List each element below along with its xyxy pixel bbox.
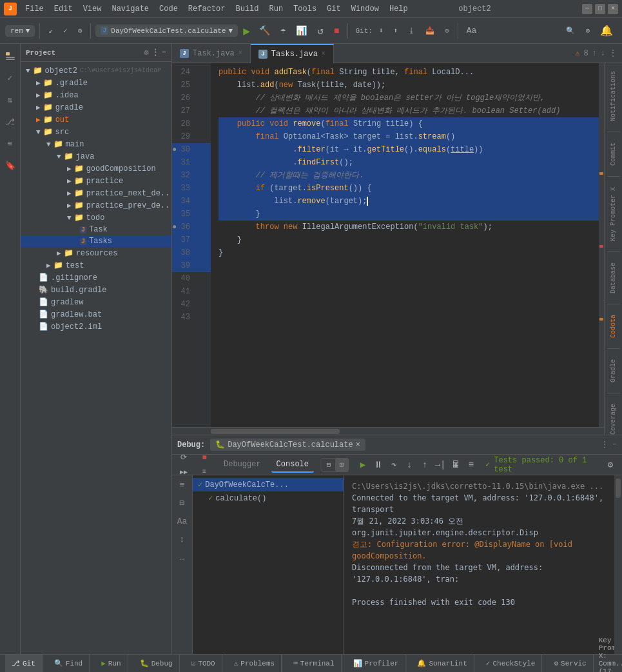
run-config-selector[interactable]: J DayOfWeekCalcTest.calculate ▼ [95,25,238,37]
tab-debugger[interactable]: Debugger [219,457,266,473]
debug-side-btn-5[interactable]: … [175,550,190,564]
menu-git[interactable]: Git [322,3,345,15]
tab-bar-overflow[interactable]: ⋮ [609,48,617,58]
menu-navigate[interactable]: Navigate [107,3,153,15]
structure-icon[interactable]: ≡ [3,137,17,151]
tree-item-test[interactable]: ▶ 📁 test [21,259,171,272]
debug-run-cursor-btn[interactable]: →| [434,459,447,471]
status-tab-find[interactable]: 🔍 Find [48,655,90,673]
git-stash-btn[interactable]: 📥 [422,25,438,37]
gradle-panel-icon[interactable]: Gradle [608,357,618,385]
status-tab-sonarlint[interactable]: 🔔 SonarLint [411,655,474,673]
tree-item-build-gradle[interactable]: 🐘 build.gradle [21,284,171,296]
status-tab-run[interactable]: ▶ Run [95,655,128,673]
debug-side-btn-2[interactable]: ⊟ [175,496,190,510]
menu-tools[interactable]: Tools [289,3,321,15]
debug-side-btn-4[interactable]: ↕ [175,532,190,546]
menu-refactor[interactable]: Refactor [184,3,230,15]
key-promoter-panel-icon[interactable]: Key Promoter X [608,184,618,244]
tree-item-idea[interactable]: ▶ 📁 .idea [21,89,171,101]
debug-pause-btn[interactable]: ⏸ [372,459,385,471]
branch-selector[interactable]: rem ▼ [5,25,35,37]
tree-item-task[interactable]: J Task [21,224,171,235]
debug-scroll-thumb[interactable] [616,479,621,498]
debug-settings-btn[interactable]: ⚙ [604,459,617,471]
toolbar-btn-3[interactable]: ⚙ [74,25,86,37]
git-pull-btn[interactable]: ⭳ [404,25,419,37]
tree-item-gradle-hidden[interactable]: ▶ 📁 .gradle [21,77,171,89]
status-tab-checkstyle[interactable]: ✓ CheckStyle [480,655,543,673]
debug-tree-dayofweek[interactable]: ✓ DayOfWeekCalcTe... [193,478,344,491]
run-button[interactable]: ▶ [240,24,253,38]
bookmarks-icon[interactable]: 🔖 [3,159,17,173]
maximize-button[interactable]: □ [595,4,605,14]
git-push-btn[interactable]: ⬆ [390,25,402,37]
status-tab-debug[interactable]: 🐛 Debug [133,655,180,673]
code-content[interactable]: public void addTask(final String title, … [211,63,599,427]
vcs-commit-btn[interactable]: ✓ [59,25,72,37]
git-icon[interactable]: ⎇ [3,115,17,129]
debug-tree-calculate[interactable]: ✓ calculate() [193,491,344,505]
stop-button[interactable]: ■ [330,24,343,38]
tab-task-close[interactable]: × [238,50,242,57]
status-tab-git[interactable]: ⎇ Git [5,655,43,673]
debug-scrollbar[interactable] [614,475,622,654]
close-button[interactable]: × [608,4,618,14]
tab-tasks-close[interactable]: × [322,50,326,57]
vcs-update-btn[interactable]: ↙ [44,25,57,37]
tree-item-java[interactable]: ▼ 📁 java [21,150,171,163]
debug-restart-btn[interactable]: ⟳ [177,451,190,464]
panel-gear-icon[interactable]: ⋮ [151,48,159,57]
tree-item-main[interactable]: ▼ 📁 main [21,138,171,150]
h-scroll-thumb[interactable] [211,429,340,434]
menu-window[interactable]: Window [347,3,384,15]
tree-item-out[interactable]: ▶ 📁 out [21,114,171,126]
tree-item-gradle[interactable]: ▶ 📁 gradle [21,101,171,114]
debug-side-btn-3[interactable]: Aa [175,514,190,528]
tree-item-practice[interactable]: ▶ 📁 practice [21,175,171,187]
debug-step-over-btn[interactable]: ↷ [387,459,400,471]
commit-panel-icon[interactable]: ✓ [3,71,17,85]
coverage-panel-icon[interactable]: Coverage [608,401,618,435]
debug-view-btn-1[interactable]: ⊟ [322,459,335,471]
tree-item-gradlew[interactable]: 📄 gradlew [21,296,171,308]
reload-button[interactable]: ↺ [313,23,327,39]
tab-console[interactable]: Console [271,457,314,473]
search-everywhere-button[interactable]: 🔍 [562,25,579,37]
status-tab-servic[interactable]: ⚙ Servic [547,655,593,673]
coverage-button[interactable]: ☂ [277,23,289,38]
status-tab-terminal[interactable]: ⌨ Terminal [287,655,341,673]
debug-file-selector[interactable]: 🐛 DayOfWeekCalcTest.calculate × [210,439,365,451]
menu-help[interactable]: Help [385,3,413,15]
close-debug-tab-icon[interactable]: × [356,440,360,450]
tree-root[interactable]: ▼ 📁 object2 C:\#Users#is2js#IdeaP [21,64,171,77]
tree-item-gradlew-bat[interactable]: 📄 gradlew.bat [21,308,171,321]
tree-item-tasks[interactable]: J Tasks [21,235,171,247]
build-button[interactable]: 🔨 [255,23,274,38]
tree-item-gitignore[interactable]: 📄 .gitignore [21,272,171,284]
debug-resume-btn[interactable]: ▶ [356,459,369,471]
translate-button[interactable]: Aa [463,24,481,37]
notifications-panel-icon[interactable]: Notifications [608,68,618,124]
git-history-btn[interactable]: ⊙ [441,25,453,37]
git-fetch-btn[interactable]: ⬇ [375,25,387,37]
debug-step-out-btn[interactable]: ↑ [418,459,431,471]
up-nav-icon[interactable]: ↑ [592,49,597,58]
tree-item-src[interactable]: ▼ 📁 src [21,126,171,138]
menu-build[interactable]: Build [231,3,263,15]
status-tab-todo[interactable]: ☑ TODO [185,655,222,673]
tree-item-iml[interactable]: 📄 object2.iml [21,321,171,333]
tree-item-practice-next[interactable]: ▶ 📁 practice_next_de... [21,187,171,199]
debug-step-into-btn[interactable]: ↓ [403,459,416,471]
database-panel-icon[interactable]: Database [608,260,618,296]
menu-code[interactable]: Code [155,3,182,15]
debug-evaluate-btn[interactable]: 🖩 [449,459,462,471]
debug-view-btn-2[interactable]: ⊡ [335,459,348,471]
menu-edit[interactable]: Edit [50,3,77,15]
tab-task-java[interactable]: J Task.java × [172,44,251,63]
panel-options-icon[interactable]: ⋮ [601,440,608,450]
tree-item-todo[interactable]: ▼ 📁 todo [21,212,171,224]
menu-view[interactable]: View [79,3,106,15]
code-area[interactable]: 24 25 26 [172,63,604,427]
status-tab-profiler[interactable]: 📊 Profiler [347,655,406,673]
